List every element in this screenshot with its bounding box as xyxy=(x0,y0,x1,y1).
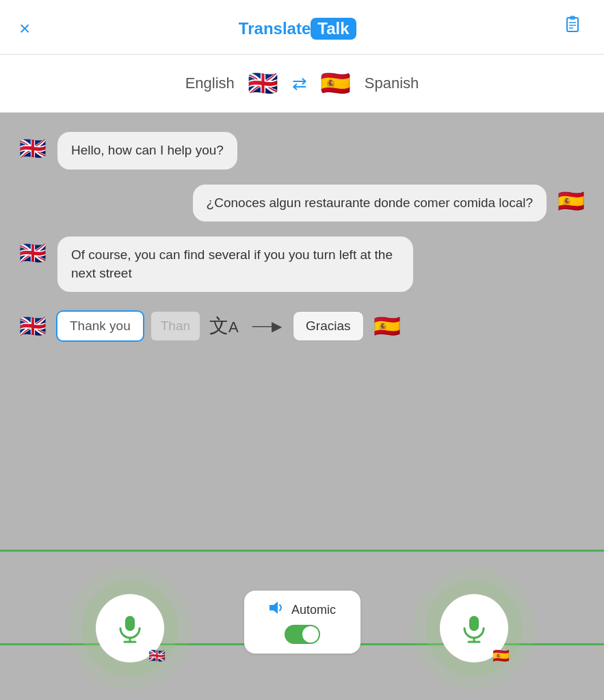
svg-rect-9 xyxy=(469,616,479,631)
target-flag[interactable]: 🇪🇸 xyxy=(319,67,352,100)
message-row: 🇬🇧 Hello, how can I help you? xyxy=(16,132,588,170)
message-bubble: ¿Conoces algun restaurante donde comer c… xyxy=(193,185,547,222)
svg-rect-0 xyxy=(567,18,578,31)
translate-icon: 文A xyxy=(209,313,239,339)
swap-languages-button[interactable]: ⇄ xyxy=(292,73,307,94)
automic-toggle[interactable] xyxy=(285,625,320,644)
logo-translate: Translate xyxy=(239,19,311,38)
right-mic-flag: 🇪🇸 xyxy=(493,647,510,664)
message-flag: 🇬🇧 xyxy=(16,132,49,165)
translation-partial: Than xyxy=(151,312,200,340)
message-bubble: Of course, you can find several if you y… xyxy=(57,237,413,292)
chat-area: 🇬🇧 Hello, how can I help you? ¿Conoces a… xyxy=(0,113,604,550)
svg-marker-8 xyxy=(270,602,278,614)
settings-icon[interactable] xyxy=(564,16,585,41)
translation-target-flag: 🇪🇸 xyxy=(371,310,404,342)
right-mic-button[interactable]: 🇪🇸 xyxy=(440,594,508,662)
bottom-section: 🇬🇧 Automic 🇪🇸 xyxy=(0,550,604,700)
message-flag: 🇪🇸 xyxy=(555,185,588,217)
automic-label: Automic xyxy=(291,603,336,617)
message-flag: 🇬🇧 xyxy=(16,237,49,269)
app-logo: Translate Talk xyxy=(239,18,356,40)
arrow-icon: ──▶ xyxy=(252,318,282,334)
message-row: ¿Conoces algun restaurante donde comer c… xyxy=(16,185,588,222)
translation-input[interactable]: Thank you xyxy=(56,310,144,342)
svg-rect-5 xyxy=(125,616,135,631)
phone-container: × Translate Talk English 🇬🇧 ⇄ 🇪🇸 Spanish… xyxy=(0,0,604,700)
translation-row: 🇬🇧 Thank you Than 文A ──▶ Gracias 🇪🇸 xyxy=(16,310,588,342)
left-mic-flag: 🇬🇧 xyxy=(148,647,166,664)
translation-output: Gracias xyxy=(293,311,363,341)
source-flag[interactable]: 🇬🇧 xyxy=(247,67,280,100)
automic-top: Automic xyxy=(268,600,336,619)
source-language-label[interactable]: English xyxy=(185,75,235,92)
top-bar: × Translate Talk xyxy=(0,0,604,55)
message-row: 🇬🇧 Of course, you can find several if yo… xyxy=(16,237,588,292)
close-button[interactable]: × xyxy=(19,19,30,38)
target-language-label[interactable]: Spanish xyxy=(365,75,419,92)
speaker-icon xyxy=(268,600,285,619)
translation-source-flag: 🇬🇧 xyxy=(16,310,49,342)
message-bubble: Hello, how can I help you? xyxy=(57,132,237,170)
logo-talk: Talk xyxy=(311,18,356,40)
green-line-top xyxy=(0,550,604,552)
automic-box: Automic xyxy=(244,591,360,654)
language-bar: English 🇬🇧 ⇄ 🇪🇸 Spanish xyxy=(0,55,604,113)
left-mic-button[interactable]: 🇬🇧 xyxy=(96,594,164,662)
